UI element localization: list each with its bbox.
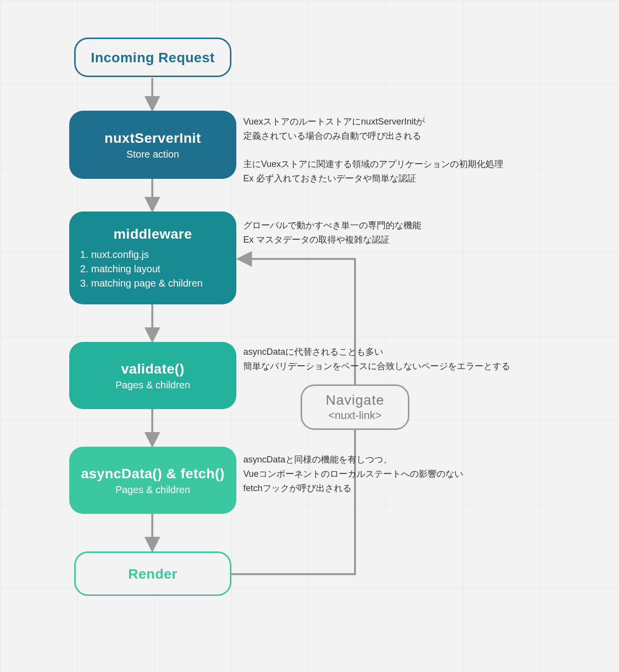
node-navigate-sub: <nuxt-link> — [328, 409, 382, 422]
node-validate: validate() Pages & children — [69, 342, 236, 409]
node-render: Render — [74, 551, 231, 596]
node-middleware-title: middleware — [113, 225, 192, 243]
node-validate-title: validate() — [121, 360, 184, 378]
node-serverinit-title: nuxtServerInit — [104, 129, 201, 147]
node-asyncdata-sub: Pages & children — [115, 484, 190, 496]
node-navigate: Navigate <nuxt-link> — [301, 384, 409, 430]
node-incoming-title: Incoming Request — [91, 49, 215, 66]
node-asyncdata-fetch: asyncData() & fetch() Pages & children — [69, 447, 236, 514]
annot-serverinit: VuexストアのルートストアにnuxtServerInitが 定義されている場合… — [243, 115, 503, 186]
node-asyncdata-title: asyncData() & fetch() — [81, 465, 225, 482]
node-middleware: middleware 1. nuxt.config.js 2. matching… — [69, 211, 236, 304]
diagram-canvas: Incoming Request nuxtServerInit Store ac… — [0, 0, 619, 672]
node-render-title: Render — [128, 565, 177, 583]
node-validate-sub: Pages & children — [115, 379, 190, 391]
annot-validate: asyncDataに代替されることも多い 簡単なバリデーションをベースに合致しな… — [243, 345, 510, 374]
node-nuxtserverinit: nuxtServerInit Store action — [69, 111, 236, 179]
annot-middleware: グローバルで動かすべき単一の専門的な機能 Ex マスタデータの取得や複雑な認証 — [243, 218, 421, 247]
node-middleware-list: 1. nuxt.config.js 2. matching layout 3. … — [78, 248, 203, 291]
node-serverinit-sub: Store action — [127, 149, 179, 160]
node-navigate-title: Navigate — [326, 392, 385, 408]
node-incoming-request: Incoming Request — [74, 38, 231, 77]
annot-asyncdata: asyncDataと同様の機能を有しつつ、 Vueコンポーネントのローカルステー… — [243, 453, 463, 495]
